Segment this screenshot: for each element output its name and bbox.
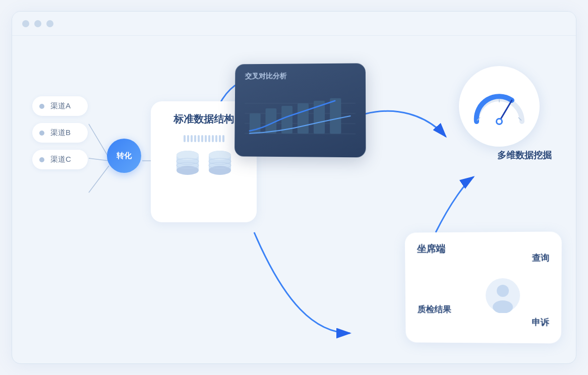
svg-line-28 [499, 100, 512, 121]
channel-a-label: 渠道A [50, 101, 71, 111]
gauge-title: 多维数据挖掘 [497, 149, 552, 161]
seat-label: 坐席端 [417, 242, 550, 256]
gauge-card [459, 66, 540, 147]
standard-card-title: 标准数据结构 [173, 112, 234, 126]
strip-line-4 [194, 135, 196, 142]
channel-b-label: 渠道B [50, 128, 71, 138]
diagram-area: 渠道A 渠道B 渠道C 转化 标准数据结构 [12, 36, 576, 363]
db-icon-1 [176, 150, 199, 178]
channel-c: 渠道C [32, 150, 88, 169]
channels-group: 渠道A 渠道B 渠道C [32, 96, 88, 169]
db-icons [176, 150, 231, 178]
strip-line-5 [198, 135, 200, 142]
appeal-label: 申诉 [532, 317, 549, 328]
strip-line-7 [205, 135, 207, 142]
strip-line-11 [219, 135, 221, 142]
title-bar [12, 12, 576, 36]
strip-line-8 [208, 135, 210, 142]
strip-line-10 [215, 135, 217, 142]
strip-line-1 [184, 135, 186, 142]
strip-lines [184, 135, 224, 142]
channel-b-dot [39, 131, 44, 136]
channel-c-label: 渠道C [50, 155, 71, 164]
query-label: 查询 [532, 252, 550, 264]
svg-rect-27 [330, 98, 341, 134]
svg-point-35 [497, 285, 509, 297]
bottom-data-card: 坐席端 查询 质检结果 申诉 [405, 231, 562, 343]
strip-line-9 [212, 135, 214, 142]
qc-label: 质检结果 [418, 304, 451, 316]
db-icon-2 [208, 150, 231, 178]
window-dot-1 [22, 20, 29, 27]
strip-line-2 [187, 135, 189, 142]
svg-point-8 [177, 166, 199, 175]
cross-card-title: 交叉对比分析 [245, 72, 356, 81]
chart-area [245, 86, 356, 147]
svg-line-2 [89, 124, 109, 158]
svg-point-14 [209, 166, 231, 175]
main-window: 渠道A 渠道B 渠道C 转化 标准数据结构 [12, 11, 576, 364]
svg-point-30 [497, 119, 501, 123]
svg-rect-25 [298, 103, 309, 134]
strip-line-6 [201, 135, 203, 142]
channel-a-dot [39, 104, 44, 109]
strip-line-12 [222, 135, 224, 142]
channel-c-dot [39, 157, 44, 162]
window-dot-2 [34, 20, 41, 27]
svg-line-3 [89, 158, 109, 161]
svg-line-4 [89, 166, 109, 193]
avatar-icon [485, 278, 520, 313]
channel-a: 渠道A [32, 96, 88, 116]
strip-line-3 [191, 135, 193, 142]
cross-analysis-card: 交叉对比分析 [234, 63, 366, 157]
zhuanhua-label: 转化 [116, 151, 132, 161]
svg-rect-23 [265, 108, 276, 134]
window-dot-3 [46, 20, 53, 27]
zhuanhua-bubble: 转化 [107, 139, 141, 173]
channel-b: 渠道B [32, 123, 88, 143]
